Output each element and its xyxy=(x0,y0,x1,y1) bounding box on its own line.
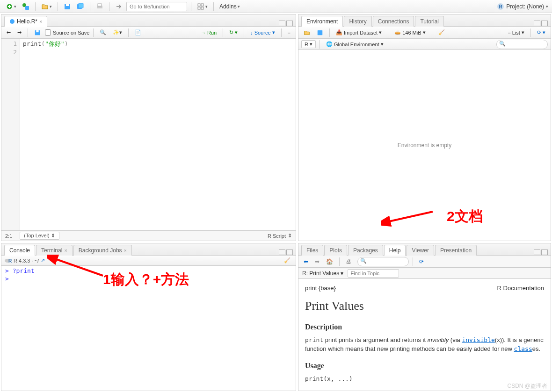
save-workspace-button[interactable] xyxy=(314,29,326,37)
r-env-button[interactable]: R ▾ xyxy=(301,40,316,48)
help-breadcrumb[interactable]: R: Print Values ▾ xyxy=(302,270,344,277)
tab-presentation[interactable]: Presentation xyxy=(435,245,477,256)
tab-viewer[interactable]: Viewer xyxy=(407,245,434,256)
tab-files[interactable]: Files xyxy=(301,245,323,256)
svg-rect-9 xyxy=(198,4,200,6)
source-on-save-checkbox[interactable] xyxy=(45,29,51,36)
environment-pane: Environment History Connections Tutorial… xyxy=(298,14,551,241)
help-package-label: print {base} xyxy=(305,284,336,293)
minimize-pane-icon[interactable] xyxy=(534,21,540,26)
svg-point-15 xyxy=(10,19,15,24)
r-project-icon: R xyxy=(497,3,504,10)
code-editor[interactable]: 1 2 print("你好") xyxy=(1,39,296,230)
save-script-button[interactable] xyxy=(32,29,43,37)
find-in-topic-input[interactable] xyxy=(348,269,399,278)
tab-plots[interactable]: Plots xyxy=(324,245,347,256)
run-button[interactable]: → Run xyxy=(198,29,219,36)
r-logo-icon: R xyxy=(4,257,12,264)
forward-button[interactable]: ➡ xyxy=(15,29,24,36)
tab-background-jobs[interactable]: Background Jobs × xyxy=(73,245,132,256)
tab-console[interactable]: Console xyxy=(4,245,35,256)
invisible-link[interactable]: invisible xyxy=(462,336,494,343)
cursor-position: 2:1 xyxy=(5,233,12,239)
wand-button[interactable]: ✨▾ xyxy=(110,29,124,36)
new-file-button[interactable]: ▾ xyxy=(4,2,18,11)
svg-rect-4 xyxy=(66,4,69,6)
tab-tutorial[interactable]: Tutorial xyxy=(415,16,444,27)
goto-input[interactable] xyxy=(126,2,187,11)
help-content[interactable]: print {base} R Documentation Print Value… xyxy=(298,279,551,391)
main-toolbar: ▾ ▾ ▾ Addins ▾ R Project: (None) ▾ xyxy=(0,0,552,13)
help-forward-button[interactable]: ➡ xyxy=(312,257,322,266)
grid-view-button[interactable]: ▾ xyxy=(195,2,210,11)
save-all-button[interactable] xyxy=(75,2,86,11)
global-env-button[interactable]: 🌐 Global Environment ▾ xyxy=(324,40,386,48)
svg-text:R: R xyxy=(499,4,503,9)
line-gutter: 1 2 xyxy=(1,39,20,230)
r-documentation-label: R Documentation xyxy=(497,284,544,293)
tab-history[interactable]: History xyxy=(344,16,371,27)
list-view-button[interactable]: ≡ List ▾ xyxy=(505,29,527,36)
env-search-input[interactable] xyxy=(496,40,548,49)
tab-connections[interactable]: Connections xyxy=(373,16,414,27)
load-workspace-button[interactable] xyxy=(301,29,312,37)
refresh-env-button[interactable]: ⟳ ▾ xyxy=(535,29,548,36)
env-empty-label: Environment is empty xyxy=(298,50,551,241)
clear-workspace-button[interactable]: 🧹 xyxy=(436,29,447,36)
help-back-button[interactable]: ⬅ xyxy=(301,257,311,266)
close-tab-icon[interactable]: × xyxy=(39,19,42,24)
svg-rect-2 xyxy=(25,6,29,10)
back-button[interactable]: ⬅ xyxy=(4,29,13,36)
svg-rect-12 xyxy=(201,7,203,9)
maximize-pane-icon[interactable] xyxy=(286,21,293,26)
console-body[interactable]: > ?print > xyxy=(1,266,296,391)
import-dataset-button[interactable]: 📥 Import Dataset ▾ xyxy=(334,29,384,36)
description-heading: Description xyxy=(305,321,544,333)
tab-packages[interactable]: Packages xyxy=(348,245,383,256)
r-file-icon xyxy=(9,19,15,24)
minimize-pane-icon[interactable] xyxy=(279,21,285,26)
maximize-pane-icon[interactable] xyxy=(541,21,548,26)
help-pane: Files Plots Packages Help Viewer Present… xyxy=(298,243,551,391)
source-button[interactable]: ↓ Source ▾ xyxy=(248,29,277,36)
save-button[interactable] xyxy=(62,2,73,11)
rerun-button[interactable]: ↻ ▾ xyxy=(227,29,240,36)
editor-tab[interactable]: Hello.R* × xyxy=(4,16,47,27)
file-type-label[interactable]: R Script xyxy=(268,233,286,239)
memory-usage[interactable]: 🥧 146 MiB ▾ xyxy=(392,29,428,36)
print-button[interactable] xyxy=(94,2,105,11)
editor-tab-label: Hello.R* xyxy=(17,18,37,25)
open-file-button[interactable]: ▾ xyxy=(39,2,54,11)
clear-console-button[interactable]: 🧹 xyxy=(282,257,293,264)
minimize-pane-icon[interactable] xyxy=(534,249,540,255)
description-text: print print prints its argument and retu… xyxy=(305,335,544,354)
help-home-button[interactable]: 🏠 xyxy=(324,257,335,266)
scope-selector[interactable]: (Top Level) ⇕ xyxy=(20,232,59,240)
source-pane: Hello.R* × ⬅ ➡ Source on Save 🔍 ✨▾ 📄 → R… xyxy=(1,14,296,241)
console-wd-icon[interactable]: ↗ xyxy=(41,257,45,264)
project-menu[interactable]: R Project: (None) ▾ xyxy=(497,3,548,10)
addins-label: Addins xyxy=(219,3,237,10)
maximize-pane-icon[interactable] xyxy=(541,249,548,255)
svg-rect-10 xyxy=(201,4,203,6)
maximize-pane-icon[interactable] xyxy=(286,249,293,255)
svg-rect-6 xyxy=(79,3,83,8)
find-button[interactable]: 🔍 xyxy=(97,29,109,36)
report-button[interactable]: 📄 xyxy=(132,29,144,36)
help-print-button[interactable]: 🖨 xyxy=(343,257,354,266)
class-link[interactable]: class xyxy=(514,345,532,352)
svg-rect-17 xyxy=(36,30,38,32)
new-project-button[interactable] xyxy=(20,2,31,11)
addins-button[interactable]: Addins ▾ xyxy=(218,2,242,11)
watermark: CSDN @盗理者 xyxy=(507,382,547,390)
help-search-input[interactable] xyxy=(357,257,409,266)
tab-terminal[interactable]: Terminal × xyxy=(36,245,73,256)
tab-help[interactable]: Help xyxy=(384,245,406,256)
tab-environment[interactable]: Environment xyxy=(301,16,343,27)
minimize-pane-icon[interactable] xyxy=(279,249,285,255)
outline-button[interactable]: ≡ xyxy=(285,29,293,36)
svg-rect-11 xyxy=(198,7,200,9)
help-refresh-button[interactable]: ⟳ xyxy=(417,257,426,266)
console-pane: Console Terminal × Background Jobs × R R… xyxy=(1,243,296,391)
goto-arrow-icon[interactable] xyxy=(113,2,124,11)
